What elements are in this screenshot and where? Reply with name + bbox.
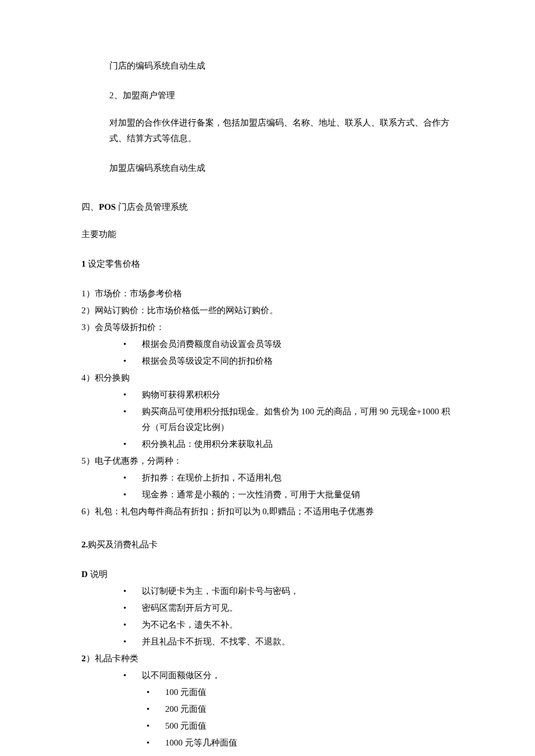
text: 密码区需刮开后方可见。 — [142, 603, 238, 612]
bullet-item: 并且礼品卡不折现、不找零、不退款。 — [123, 634, 454, 650]
func1-item5: 5）电子优惠券，分两种： — [81, 453, 454, 469]
franchise-title: 2、加盟商户管理 — [81, 88, 454, 103]
text: 购买商品可使用积分抵扣现金。如售价为 100 元的商品，可用 90 元现金+10… — [142, 407, 450, 432]
bullet-item: 500 元面值 — [147, 718, 454, 734]
func1-item3-bullets: 根据会员消费额度自动设置会员等级 根据会员等级设定不同的折扣价格 — [81, 336, 454, 369]
bullet-item: 密码区需刮开后方可见。 — [123, 600, 454, 616]
d-text: 说明 — [88, 569, 108, 579]
text: 3）会员等级折扣价： — [81, 323, 165, 332]
func1-item1: 1）市场价：市场参考价格 — [81, 286, 454, 302]
franchise-desc: 对加盟的合作伙伴进行备案，包括加盟店编码、名称、地址、联系人、联系方式、合作方式… — [81, 115, 454, 146]
prefix: 四、 — [81, 202, 99, 212]
num: 2 — [81, 654, 86, 663]
bold-pos: POS — [99, 202, 116, 212]
bullet-item: 200 元面值 — [147, 701, 454, 717]
text: 门店的编码系统自动生成 — [109, 61, 205, 70]
text: 购买及消费礼品卡 — [88, 540, 158, 549]
section-4-heading: 四、POS 门店会员管理系统 — [81, 199, 454, 215]
text: 对加盟的合作伙伴进行备案，包括加盟店编码、名称、地址、联系人、联系方式、合作方式… — [109, 118, 450, 143]
text: 并且礼品卡不折现、不找零、不退款。 — [142, 637, 290, 646]
text: 加盟店编码系统自动生成 — [109, 163, 205, 173]
bullet-item: 根据会员消费额度自动设置会员等级 — [123, 336, 454, 352]
bullet-item: 以订制硬卡为主，卡面印刷卡号与密码， — [123, 583, 454, 599]
text: ）礼品卡种类 — [86, 654, 138, 663]
text: 500 元面值 — [165, 721, 206, 730]
bullet-item: 以不同面额做区分， — [123, 668, 454, 683]
func2-d-bullets: 以订制硬卡为主，卡面印刷卡号与密码， 密码区需刮开后方可见。 为不记名卡，遗失不… — [81, 583, 454, 650]
text: 折扣券：在现价上折扣，不适用礼包 — [142, 473, 281, 482]
bullet-item: 根据会员等级设定不同的折扣价格 — [123, 353, 454, 369]
text: 100 元面值 — [165, 687, 206, 697]
text: 现金券：通常是小额的；一次性消费，可用于大批量促销 — [142, 490, 360, 499]
text: 200 元面值 — [165, 704, 206, 714]
func2-heading: 2.购买及消费礼品卡 — [81, 537, 454, 553]
text: 为不记名卡，遗失不补。 — [142, 620, 238, 629]
text: 根据会员消费额度自动设置会员等级 — [142, 339, 281, 349]
text: 1000 元等几种面值 — [165, 738, 237, 747]
store-code-note: 门店的编码系统自动生成 — [81, 58, 454, 74]
bullet-item: 购物可获得累积积分 — [123, 387, 454, 403]
func1-item4: 4）积分换购 — [81, 370, 454, 386]
bullet-item: 100 元面值 — [147, 685, 454, 700]
num: 2. — [81, 540, 88, 549]
bullet-item: 积分换礼品：使用积分来获取礼品 — [123, 436, 454, 452]
text: 6）礼包：礼包内每件商品有折扣；折扣可以为 0,即赠品；不适用电子优惠券 — [81, 507, 374, 516]
bullet-item: 折扣券：在现价上折扣，不适用礼包 — [123, 470, 454, 486]
d-prefix: D — [81, 569, 88, 579]
text: 以订制硬卡为主，卡面印刷卡号与密码， — [142, 586, 299, 596]
text: 2）网站订购价：比市场价格低一些的网站订购价。 — [81, 306, 278, 315]
func2-item2-bullets: 以不同面额做区分， — [81, 668, 454, 683]
text: 2、加盟商户管理 — [109, 91, 175, 100]
func1-item5-bullets: 折扣券：在现价上折扣，不适用礼包 现金券：通常是小额的；一次性消费，可用于大批量… — [81, 470, 454, 503]
text: 5）电子优惠券，分两种： — [81, 456, 182, 465]
func1-item2: 2）网站订购价：比市场价格低一些的网站订购价。 — [81, 303, 454, 318]
func1-heading: 1 设定零售价格 — [81, 256, 454, 272]
franchise-note: 加盟店编码系统自动生成 — [81, 160, 454, 176]
func2-d-heading: D 说明 — [81, 567, 454, 582]
func1-item6: 6）礼包：礼包内每件商品有折扣；折扣可以为 0,即赠品；不适用电子优惠券 — [81, 504, 454, 519]
text: 主要功能 — [81, 230, 116, 239]
text: 4）积分换购 — [81, 373, 130, 382]
bullet-item: 为不记名卡，遗失不补。 — [123, 617, 454, 633]
text: 以不同面额做区分， — [142, 671, 220, 680]
text: 积分换礼品：使用积分来获取礼品 — [142, 439, 273, 449]
num: 1 — [81, 259, 86, 268]
func1-item4-bullets: 购物可获得累积积分 购买商品可使用积分抵扣现金。如售价为 100 元的商品，可用… — [81, 387, 454, 452]
func2-item2: 2）礼品卡种类 — [81, 651, 454, 667]
main-functions-label: 主要功能 — [81, 227, 454, 242]
bullet-item: 现金券：通常是小额的；一次性消费，可用于大批量促销 — [123, 487, 454, 503]
suffix: 门店会员管理系统 — [116, 202, 188, 212]
text: 1）市场价：市场参考价格 — [81, 289, 182, 298]
bullet-item: 1000 元等几种面值 — [147, 735, 454, 751]
bullet-item: 购买商品可使用积分抵扣现金。如售价为 100 元的商品，可用 90 元现金+10… — [123, 404, 454, 435]
text: 购物可获得累积积分 — [142, 390, 220, 399]
func1-item3: 3）会员等级折扣价： — [81, 320, 454, 335]
text: 根据会员等级设定不同的折扣价格 — [142, 356, 273, 366]
func2-item2-nested: 100 元面值 200 元面值 500 元面值 1000 元等几种面值 — [81, 685, 454, 751]
text: 设定零售价格 — [86, 259, 141, 268]
